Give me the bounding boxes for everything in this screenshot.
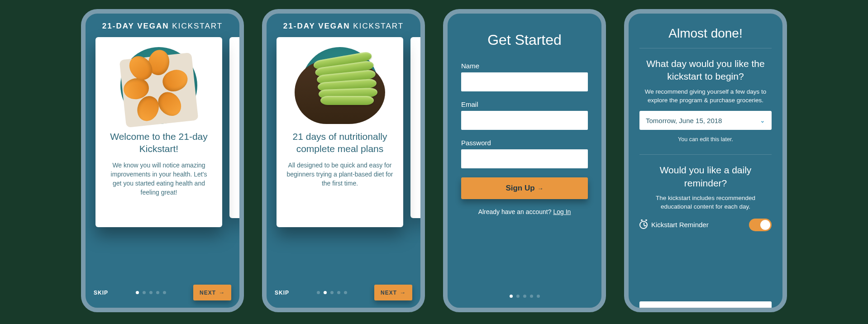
next-label: NEXT — [381, 290, 397, 296]
onboarding-card: 21 days of nutritionally complete meal p… — [277, 37, 403, 227]
signup-button[interactable]: Sign Up → — [461, 177, 588, 199]
login-prompt: Already have an account? Log In — [461, 208, 588, 215]
have-account-text: Already have an account? — [478, 208, 552, 215]
toggle-knob — [760, 220, 770, 230]
arrow-right-icon: → — [219, 289, 225, 296]
next-card-peek — [410, 37, 423, 218]
arrow-right-icon: → — [400, 289, 406, 296]
toggle-text: Kickstart Reminder — [651, 221, 709, 229]
question-start-day: What day would you like the kickstart to… — [639, 57, 772, 83]
name-label: Name — [461, 62, 588, 70]
card-carousel[interactable]: Welcome to the 21-day Kickstart! We know… — [86, 37, 239, 232]
page-dots — [136, 291, 166, 294]
question-reminder: Would you like a daily reminder? — [639, 164, 772, 190]
next-label: NEXT — [200, 290, 216, 296]
hint-reminder: The kickstart includes recommended educa… — [639, 194, 772, 211]
chevron-down-icon: ⌄ — [760, 117, 765, 124]
alarm-clock-icon — [639, 221, 648, 229]
app-title: 21-DAY VEGAN KICKSTART — [267, 14, 420, 37]
partial-input-below — [639, 301, 772, 308]
app-title-bold: 21-DAY VEGAN — [283, 22, 350, 30]
card-body: All designed to be quick and easy for be… — [286, 161, 393, 188]
next-card-peek — [229, 37, 242, 218]
card-heading: Welcome to the 21-day Kickstart! — [105, 130, 212, 155]
reminder-toggle-label: Kickstart Reminder — [639, 221, 709, 229]
password-field[interactable] — [461, 149, 588, 168]
next-button[interactable]: NEXT → — [193, 285, 231, 300]
bottom-bar: SKIP NEXT → — [267, 285, 420, 300]
onboarding-screen-2: 21-DAY VEGAN KICKSTART 21 days of nutrit… — [262, 9, 425, 312]
card-carousel[interactable]: 21 days of nutritionally complete meal p… — [267, 37, 420, 232]
skip-button[interactable]: SKIP — [94, 290, 108, 296]
setup-screen: Almost done! What day would you like the… — [624, 9, 787, 312]
page-dots — [317, 291, 347, 294]
divider — [639, 154, 772, 155]
card-body: We know you will notice amazing improvem… — [105, 161, 212, 197]
signup-label: Sign Up — [506, 184, 534, 193]
food-image-squash — [120, 47, 197, 124]
app-title: 21-DAY VEGAN KICKSTART — [86, 14, 239, 37]
signup-screen: Get Started Name Email Password Sign Up … — [443, 9, 606, 312]
app-title-bold: 21-DAY VEGAN — [102, 22, 169, 30]
selected-date: Tomorrow, June 15, 2018 — [646, 117, 722, 124]
email-label: Email — [461, 100, 588, 108]
divider — [639, 48, 772, 48]
name-field[interactable] — [461, 72, 588, 91]
start-date-select[interactable]: Tomorrow, June 15, 2018 ⌄ — [639, 111, 772, 130]
password-label: Password — [461, 139, 588, 147]
next-button[interactable]: NEXT → — [374, 285, 412, 300]
page-dots — [448, 295, 601, 298]
onboarding-card: Welcome to the 21-day Kickstart! We know… — [95, 37, 222, 227]
arrow-right-icon: → — [538, 185, 544, 192]
onboarding-screen-1: 21-DAY VEGAN KICKSTART Welcome to the 21… — [81, 9, 244, 312]
bottom-bar: SKIP NEXT → — [86, 285, 239, 300]
page-title: Get Started — [461, 32, 588, 48]
app-title-light: KICKSTART — [353, 22, 404, 30]
page-title: Almost done! — [639, 26, 772, 41]
food-image-avocado-toast — [301, 47, 378, 124]
app-title-light: KICKSTART — [172, 22, 223, 30]
reminder-toggle[interactable] — [749, 219, 772, 231]
edit-later-note: You can edit this later. — [639, 136, 772, 143]
hint-start-day: We recommend giving yourself a few days … — [639, 88, 772, 105]
reminder-toggle-row: Kickstart Reminder — [639, 219, 772, 231]
skip-button[interactable]: SKIP — [275, 290, 289, 296]
login-link[interactable]: Log In — [553, 208, 571, 215]
email-field[interactable] — [461, 111, 588, 130]
card-heading: 21 days of nutritionally complete meal p… — [286, 130, 393, 155]
